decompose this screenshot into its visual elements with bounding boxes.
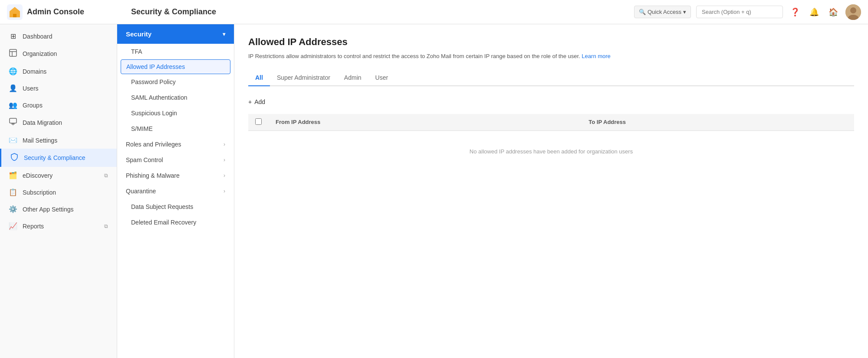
sidebar-label-domains: Domains <box>23 68 46 75</box>
sidebar-item-mail-settings[interactable]: ✉️ Mail Settings <box>0 132 117 149</box>
sec-menu-data-subject-requests[interactable]: Data Subject Requests <box>117 199 234 215</box>
chevron-down-icon: ▾ <box>683 9 686 15</box>
sidebar-label-organization: Organization <box>23 50 57 57</box>
security-sidebar-header[interactable]: Security ▾ <box>117 24 234 44</box>
sidebar-label-dashboard: Dashboard <box>23 33 53 40</box>
organization-icon <box>9 49 17 59</box>
sidebar-item-reports[interactable]: 📈 Reports ⧉ <box>0 218 117 234</box>
users-icon: 👤 <box>9 84 17 92</box>
svg-rect-8 <box>10 118 16 123</box>
mail-settings-icon: ✉️ <box>9 136 17 144</box>
notifications-button[interactable]: 🔔 <box>807 5 821 19</box>
spam-chevron-icon: › <box>224 157 225 163</box>
search-input[interactable] <box>696 6 783 18</box>
smime-label: S/MIME <box>131 125 153 132</box>
svg-point-3 <box>850 7 856 13</box>
sec-menu-phishing-malware[interactable]: Phishing & Malware › <box>117 168 234 183</box>
sec-menu-deleted-email-recovery[interactable]: Deleted Email Recovery <box>117 215 234 230</box>
app-title: Admin Console <box>27 7 84 16</box>
sidebar-item-organization[interactable]: Organization <box>0 45 117 63</box>
search-icon: 🔍 <box>639 9 646 15</box>
from-ip-header: From IP Address <box>269 114 582 131</box>
empty-message: No allowed IP addresses have been added … <box>248 130 854 172</box>
sec-menu-suspicious-login[interactable]: Suspicious Login <box>117 105 234 121</box>
page-heading: Security & Compliance <box>131 7 216 16</box>
other-app-settings-icon: ⚙️ <box>9 205 17 213</box>
groups-icon: 👥 <box>9 101 17 109</box>
svg-rect-1 <box>13 14 16 17</box>
svg-rect-5 <box>10 49 16 56</box>
sec-menu-quarantine[interactable]: Quarantine › <box>117 183 234 199</box>
sidebar-item-dashboard[interactable]: ⊞ Dashboard <box>0 28 117 45</box>
ediscovery-icon: 🗂️ <box>9 171 17 179</box>
sec-menu-roles-privileges[interactable]: Roles and Privileges › <box>117 137 234 152</box>
reports-icon: 📈 <box>9 222 17 230</box>
content-description: IP Restrictions allow administrators to … <box>248 52 639 61</box>
header-right: 🔍 Quick Access ▾ ❓ 🔔 🏠 <box>634 4 861 20</box>
sidebar-label-mail-settings: Mail Settings <box>23 137 57 144</box>
secondary-sidebar: Security ▾ TFA Allowed IP Addresses Pass… <box>117 24 234 358</box>
user-avatar[interactable] <box>845 4 861 20</box>
reports-external-link-icon: ⧉ <box>104 223 108 229</box>
data-migration-icon <box>9 118 17 127</box>
quarantine-chevron-icon: › <box>224 188 225 194</box>
deleted-email-recovery-label: Deleted Email Recovery <box>131 219 196 226</box>
sec-menu-smime[interactable]: S/MIME <box>117 121 234 137</box>
sidebar-label-users: Users <box>23 85 39 92</box>
tfa-label: TFA <box>131 48 142 55</box>
content-area: Allowed IP Addresses IP Restrictions all… <box>234 24 868 358</box>
ip-address-table: From IP Address To IP Address No allowed… <box>248 114 854 172</box>
app-logo-icon <box>7 4 23 20</box>
sec-menu-spam-control[interactable]: Spam Control › <box>117 152 234 168</box>
sidebar-item-domains[interactable]: 🌐 Domains <box>0 63 117 80</box>
sec-menu-saml-auth[interactable]: SAML Authentication <box>117 90 234 105</box>
tab-super-administrator[interactable]: Super Administrator <box>270 70 337 85</box>
table-empty-row: No allowed IP addresses have been added … <box>248 130 854 172</box>
security-chevron-icon: ▾ <box>223 31 225 37</box>
table-header-row: From IP Address To IP Address <box>248 114 854 131</box>
allowed-ip-label: Allowed IP Addresses <box>126 63 185 70</box>
main-layout: ⊞ Dashboard Organization 🌐 Domains 👤 Use… <box>0 24 868 358</box>
tab-all[interactable]: All <box>248 70 270 85</box>
sidebar-label-ediscovery: eDiscovery <box>23 172 53 179</box>
quick-access-label: Quick Access <box>648 9 681 15</box>
security-header-label: Security <box>126 30 151 38</box>
sidebar-item-users[interactable]: 👤 Users <box>0 80 117 97</box>
sidebar-item-ediscovery[interactable]: 🗂️ eDiscovery ⧉ <box>0 167 117 184</box>
learn-more-link[interactable]: Learn more <box>582 53 610 59</box>
top-header: Admin Console Security & Compliance 🔍 Qu… <box>0 0 868 24</box>
external-link-icon: ⧉ <box>104 172 108 179</box>
help-button[interactable]: ❓ <box>788 5 802 19</box>
logo-area: Admin Console <box>7 4 124 20</box>
home-button[interactable]: 🏠 <box>826 5 840 19</box>
phishing-malware-label: Phishing & Malware <box>126 172 180 179</box>
sidebar-item-groups[interactable]: 👥 Groups <box>0 97 117 114</box>
sec-menu-allowed-ip[interactable]: Allowed IP Addresses <box>121 59 230 74</box>
select-all-checkbox[interactable] <box>255 118 262 125</box>
tab-user[interactable]: User <box>368 70 395 85</box>
sidebar-item-data-migration[interactable]: Data Migration <box>0 114 117 132</box>
sidebar-label-subscription: Subscription <box>23 189 56 196</box>
sidebar-item-subscription[interactable]: 📋 Subscription <box>0 184 117 201</box>
roles-chevron-icon: › <box>224 141 225 147</box>
content-title: Allowed IP Addresses <box>248 36 854 48</box>
sidebar-label-other-app-settings: Other App Settings <box>23 206 74 213</box>
domains-icon: 🌐 <box>9 67 17 75</box>
data-subject-requests-label: Data Subject Requests <box>131 203 193 210</box>
header-center: Security & Compliance <box>124 7 634 16</box>
tab-admin[interactable]: Admin <box>337 70 368 85</box>
spam-control-label: Spam Control <box>126 156 163 163</box>
quick-access-button[interactable]: 🔍 Quick Access ▾ <box>634 6 691 18</box>
sidebar-item-other-app-settings[interactable]: ⚙️ Other App Settings <box>0 201 117 218</box>
dashboard-icon: ⊞ <box>9 32 17 40</box>
add-ip-button[interactable]: + Add <box>248 95 265 109</box>
roles-privileges-label: Roles and Privileges <box>126 141 181 148</box>
to-ip-header: To IP Address <box>582 114 854 131</box>
sidebar-label-security-compliance: Security & Compliance <box>24 154 85 161</box>
sec-menu-tfa[interactable]: TFA <box>117 44 234 59</box>
sec-menu-password-policy[interactable]: Password Policy <box>117 74 234 90</box>
sidebar-item-security-compliance[interactable]: Security & Compliance <box>0 149 117 167</box>
saml-auth-label: SAML Authentication <box>131 94 187 101</box>
password-policy-label: Password Policy <box>131 78 176 85</box>
sidebar-label-data-migration: Data Migration <box>23 119 62 126</box>
